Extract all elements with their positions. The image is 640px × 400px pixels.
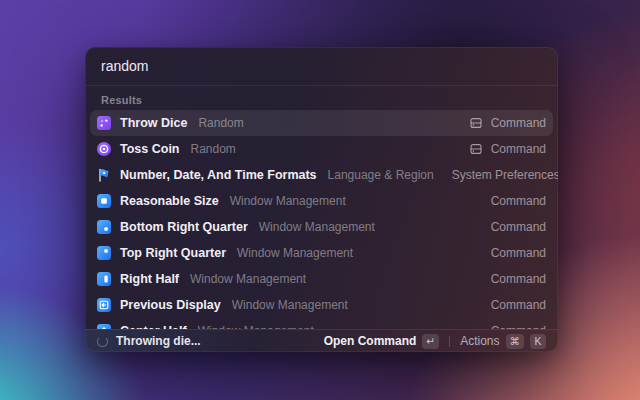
command-key-icon: ⌘: [506, 334, 525, 349]
result-subtitle: Random: [198, 116, 243, 130]
result-subtitle: Window Management: [259, 220, 375, 234]
result-type-label: Command: [491, 272, 546, 286]
window-top-right-icon: [97, 246, 111, 260]
result-title: Right Half: [120, 272, 179, 286]
status-text: Throwing die...: [116, 334, 201, 348]
footer-bar: Throwing die... Open Command ↵ Actions ⌘…: [85, 329, 558, 352]
flag-icon: [97, 168, 111, 182]
window-bottom-right-icon: [97, 220, 111, 234]
result-type-label: Command: [491, 220, 546, 234]
result-subtitle: Window Management: [237, 246, 353, 260]
result-title: Previous Display: [120, 298, 221, 312]
result-row[interactable]: Throw Dice Random Command: [90, 110, 553, 136]
actions-button[interactable]: Actions ⌘ K: [460, 334, 546, 349]
result-subtitle: Window Management: [190, 272, 306, 286]
command-icon: [470, 143, 482, 155]
return-key-icon: ↵: [422, 334, 439, 349]
result-row[interactable]: Previous Display Window Management Comma…: [90, 292, 553, 318]
k-key-icon: K: [530, 334, 546, 349]
footer-divider: [449, 336, 450, 347]
result-row[interactable]: Center Half Window Management Command: [90, 318, 553, 329]
result-title: Bottom Right Quarter: [120, 220, 248, 234]
search-input[interactable]: [101, 58, 542, 74]
result-row[interactable]: Top Right Quarter Window Management Comm…: [90, 240, 553, 266]
result-type-label: System Preferences: [452, 168, 558, 182]
open-command-button[interactable]: Open Command ↵: [324, 334, 439, 349]
result-row[interactable]: Toss Coin Random Command: [90, 136, 553, 162]
window-right-half-icon: [97, 272, 111, 286]
dice-icon: [97, 116, 111, 130]
result-title: Number, Date, And Time Formats: [120, 168, 317, 182]
result-subtitle: Window Management: [230, 194, 346, 208]
result-type-label: Command: [491, 246, 546, 260]
launcher-window: Results Throw Dice Random Command Toss C…: [85, 47, 558, 352]
loading-spinner-icon: [97, 336, 108, 347]
window-center-square-icon: [97, 194, 111, 208]
result-subtitle: Language & Region: [328, 168, 434, 182]
result-row[interactable]: Number, Date, And Time Formats Language …: [90, 162, 553, 188]
actions-label: Actions: [460, 334, 499, 348]
search-bar: [85, 47, 558, 85]
result-row[interactable]: Right Half Window Management Command: [90, 266, 553, 292]
result-subtitle: Random: [191, 142, 236, 156]
open-command-label: Open Command: [324, 334, 417, 348]
result-subtitle: Window Management: [232, 298, 348, 312]
result-title: Throw Dice: [120, 116, 187, 130]
result-type-label: Command: [491, 116, 546, 130]
result-type-label: Command: [491, 142, 546, 156]
display-arrow-left-icon: [97, 298, 111, 312]
results-list: Throw Dice Random Command Toss Coin Rand…: [85, 110, 558, 329]
result-row[interactable]: Reasonable Size Window Management Comman…: [90, 188, 553, 214]
results-section-label: Results: [85, 86, 558, 110]
result-type-label: Command: [491, 298, 546, 312]
coin-icon: [97, 142, 111, 156]
result-title: Top Right Quarter: [120, 246, 226, 260]
result-title: Toss Coin: [120, 142, 180, 156]
command-icon: [470, 117, 482, 129]
result-title: Reasonable Size: [120, 194, 219, 208]
result-row[interactable]: Bottom Right Quarter Window Management C…: [90, 214, 553, 240]
result-type-label: Command: [491, 194, 546, 208]
